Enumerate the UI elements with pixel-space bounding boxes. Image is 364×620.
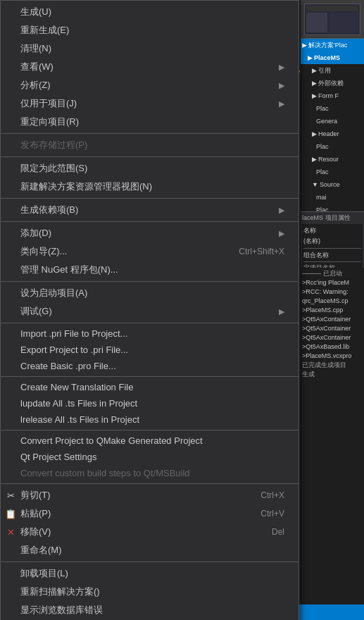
tree-header-icon: ▶ xyxy=(312,128,317,140)
menu-label-rescan: 重新扫描解决方案() xyxy=(20,585,100,598)
output-line-1: ——— 已启动 xyxy=(302,269,363,278)
tree-item-plac3[interactable]: Plac xyxy=(301,166,364,178)
separator-1 xyxy=(1,133,299,134)
menu-label-paste: 粘贴(P) xyxy=(20,507,51,520)
menu-item-debug[interactable]: 调试(G) ▶ xyxy=(1,302,299,321)
menu-item-scope[interactable]: 限定为此范围(S) xyxy=(1,159,299,178)
menu-label-remove: 移除(V) xyxy=(20,526,51,538)
menu-item-new-view[interactable]: 新建解决方案资源管理器视图(N) xyxy=(1,178,299,196)
tree-item-placeMS[interactable]: ▶ 解决方案'Plac xyxy=(301,39,364,51)
tree-item-genera[interactable]: Genera xyxy=(301,115,364,128)
tree-item-plac2[interactable]: Plac xyxy=(301,140,364,153)
menu-arrow-debug: ▶ xyxy=(279,307,284,316)
menu-item-rescan[interactable]: 重新扫描解决方案() xyxy=(1,583,299,601)
menu-label-rebuild: 重新生成(E) xyxy=(20,24,69,37)
tree-item-ref[interactable]: ▶ 引用 xyxy=(301,64,364,77)
separator-5 xyxy=(1,281,299,282)
tree-expand-icon: ▶ xyxy=(302,39,307,51)
tree-item-source[interactable]: ▼ Source xyxy=(301,178,364,191)
menu-item-clean[interactable]: 清理(N) xyxy=(1,39,299,58)
menu-item-retarget[interactable]: 重定向项目(R) xyxy=(1,113,299,131)
tree-resour-icon: ▶ xyxy=(312,154,317,165)
menu-item-export-pri[interactable]: Export Project to .pri File... xyxy=(1,342,299,358)
menu-shortcut-cut: Ctrl+X xyxy=(261,490,284,500)
tree-item-resour[interactable]: ▶ Resour xyxy=(301,153,364,166)
menu-item-qt-settings[interactable]: Qt Project Settings xyxy=(1,449,299,465)
tree-item-plac1[interactable]: Plac xyxy=(301,102,364,115)
menu-label-scope: 限定为此范围(S) xyxy=(20,162,87,175)
menu-item-rebuild[interactable]: 重新生成(E) xyxy=(1,21,299,39)
menu-label-view: 查看(W) xyxy=(20,61,54,73)
tree-source-label: Source xyxy=(320,179,340,190)
menu-label-retarget: 重定向项目(R) xyxy=(20,116,79,128)
menu-item-paste[interactable]: 📋 粘贴(P) Ctrl+V xyxy=(1,504,299,523)
menu-label-analyze: 分析(Z) xyxy=(20,79,51,92)
separator-9 xyxy=(1,483,299,484)
menu-label-debug: 调试(G) xyxy=(20,305,52,318)
menu-item-new-translation[interactable]: Create New Translation File xyxy=(1,379,299,395)
menu-item-publish[interactable]: 发布存储过程(P) xyxy=(1,136,299,154)
tree-genera-label: Genera xyxy=(316,116,337,127)
menu-item-add[interactable]: 添加(D) ▶ xyxy=(1,224,299,242)
tree-item-header[interactable]: ▶ Header xyxy=(301,128,364,140)
menu-item-analyze[interactable]: 分析(Z) ▶ xyxy=(1,76,299,94)
menu-item-build[interactable]: 生成(U) xyxy=(1,3,299,21)
tree-item-mai[interactable]: mai xyxy=(301,191,364,204)
menu-item-remove[interactable]: ✕ 移除(V) Del xyxy=(1,523,299,541)
menu-item-class-wizard[interactable]: 类向导(Z)... Ctrl+Shift+X xyxy=(1,242,299,261)
menu-label-new-view: 新建解决方案资源管理器视图(N) xyxy=(20,180,152,193)
menu-label-rename: 重命名(M) xyxy=(20,544,62,557)
menu-item-project-only[interactable]: 仅用于项目(J) ▶ xyxy=(1,94,299,113)
menu-item-set-startup[interactable]: 设为启动项目(A) xyxy=(1,284,299,302)
menu-label-clean: 清理(N) xyxy=(20,42,51,55)
menu-item-rename[interactable]: 重命名(M) xyxy=(1,541,299,559)
menu-item-import-pri[interactable]: Import .pri File to Project... xyxy=(1,326,299,342)
separator-10 xyxy=(1,562,299,562)
tree-item-project[interactable]: ▶ PlaceMS xyxy=(301,51,364,64)
menu-item-lupdate[interactable]: lupdate All .ts Files in Project xyxy=(1,395,299,411)
menu-label-project-only: 仅用于项目(J) xyxy=(20,97,77,110)
menu-item-view[interactable]: 查看(W) ▶ xyxy=(1,58,299,76)
tree-item-extern[interactable]: ▶ 外部依赖 xyxy=(301,77,364,89)
menu-item-dependencies[interactable]: 生成依赖项(B) ▶ xyxy=(1,201,299,219)
menu-item-cut[interactable]: ✂ 剪切(T) Ctrl+X xyxy=(1,486,299,504)
menu-label-lupdate: lupdate All .ts Files in Project xyxy=(20,398,137,409)
tree-ref-label: 引用 xyxy=(318,65,331,76)
tree-plac2-label: Plac xyxy=(316,141,329,152)
output-line-7: >Qt5AxContainer xyxy=(302,324,363,333)
output-line-8: >Qt5AxContainer xyxy=(302,333,363,342)
tree-resour-label: Resour xyxy=(318,154,339,165)
menu-label-import-pri: Import .pri File to Project... xyxy=(20,328,127,339)
menu-shortcut-remove: Del xyxy=(272,527,284,537)
menu-label-new-translation: Create New Translation File xyxy=(20,382,133,392)
tree-extern-icon: ▶ xyxy=(312,78,317,89)
properties-panel: laceMS 项目属性 名称 (名称) 组合名称 定项目名称。 xyxy=(301,211,364,276)
tree-item-form[interactable]: ▶ Form F xyxy=(301,89,364,102)
tree-source-icon: ▼ xyxy=(312,179,318,190)
menu-label-convert-project: Convert Project to QMake Generated Proje… xyxy=(20,435,203,446)
cut-icon: ✂ xyxy=(5,490,16,501)
tree-plac3-label: Plac xyxy=(316,166,329,178)
output-line-3: >RCC: Warning: xyxy=(302,287,363,297)
tree-plac1-label: Plac xyxy=(316,103,329,114)
output-line-4: qrc_PlaceMS.cp xyxy=(302,297,363,306)
menu-shortcut-class-wizard: Ctrl+Shift+X xyxy=(239,247,284,256)
menu-item-lrelease[interactable]: lrelease All .ts Files in Project xyxy=(1,411,299,428)
menu-item-unload[interactable]: 卸载项目(L) xyxy=(1,564,299,583)
menu-arrow-add: ▶ xyxy=(279,229,284,238)
output-line-2: >Rcc'ing PlaceM xyxy=(302,278,363,287)
separator-4 xyxy=(1,221,299,222)
menu-label-class-wizard: 类向导(Z)... xyxy=(20,245,67,258)
menu-item-convert-project[interactable]: Convert Project to QMake Generated Proje… xyxy=(1,433,299,449)
output-panel: ——— 已启动 >Rcc'ing PlaceM >RCC: Warning: q… xyxy=(301,268,364,604)
menu-item-nuget[interactable]: 管理 NuGet 程序包(N)... xyxy=(1,261,299,279)
menu-label-show-browse-errors: 显示浏览数据库错误 xyxy=(20,604,103,616)
output-line-5: >PlaceMS.cpp xyxy=(302,306,363,315)
menu-item-show-browse-errors[interactable]: 显示浏览数据库错误 xyxy=(1,601,299,619)
tree-form-icon: ▶ xyxy=(312,90,317,101)
menu-arrow-project-only: ▶ xyxy=(279,99,284,108)
tree-ref-icon: ▶ xyxy=(312,65,317,76)
menu-item-create-pro[interactable]: Create Basic .pro File... xyxy=(1,358,299,374)
tree-form-label: Form F xyxy=(318,90,339,101)
menu-item-convert-build[interactable]: Convert custom build steps to Qt/MSBuild xyxy=(1,465,299,481)
